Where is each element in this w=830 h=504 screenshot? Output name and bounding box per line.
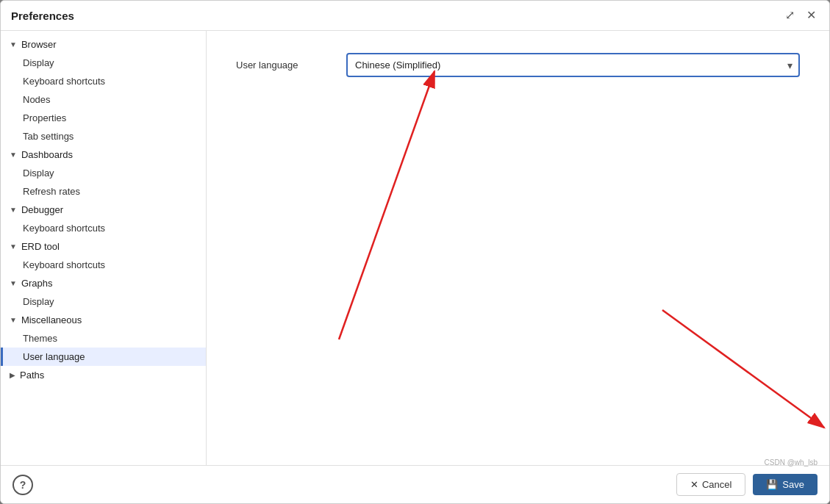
chevron-down-icon-dashboards: ▼: [10, 151, 17, 159]
sidebar-item-browser-properties[interactable]: Properties: [1, 109, 206, 127]
sidebar-item-debugger-keyboard[interactable]: Keyboard shortcuts: [1, 219, 206, 237]
sidebar-group-misc-label: Miscellaneous: [21, 314, 82, 325]
svg-line-2: [339, 71, 434, 339]
chevron-down-icon-graphs: ▼: [10, 279, 17, 287]
watermark: CSDN @wh_lsb: [765, 458, 818, 467]
sidebar-item-browser-display[interactable]: Display: [1, 54, 206, 72]
main-content: User language Chinese (Simplified) Engli…: [207, 31, 829, 465]
chevron-down-icon: ▼: [10, 40, 17, 48]
sidebar-group-paths[interactable]: ▶ Paths: [1, 366, 206, 384]
save-disk-icon: 💾: [766, 479, 778, 490]
cancel-icon: ✕: [690, 479, 698, 490]
cancel-button[interactable]: ✕ Cancel: [676, 473, 745, 496]
sidebar-group-browser[interactable]: ▼ Browser: [1, 35, 206, 54]
save-button[interactable]: 💾 Save: [753, 474, 818, 495]
language-select-wrapper: Chinese (Simplified) English Chinese (Tr…: [346, 53, 800, 77]
user-language-row: User language Chinese (Simplified) Engli…: [236, 53, 800, 77]
svg-line-3: [662, 310, 824, 428]
sidebar-group-debugger-label: Debugger: [21, 204, 63, 215]
footer-right: ✕ Cancel 💾 Save: [676, 473, 818, 496]
header-icons: ⤢ ✕: [782, 8, 819, 23]
help-button[interactable]: ?: [12, 475, 33, 495]
sidebar-item-browser-keyboard[interactable]: Keyboard shortcuts: [1, 72, 206, 90]
sidebar-item-graphs-display[interactable]: Display: [1, 292, 206, 311]
chevron-down-icon-misc: ▼: [10, 316, 17, 324]
sidebar-item-browser-tab[interactable]: Tab settings: [1, 127, 206, 145]
dialog-header: Preferences ⤢ ✕: [1, 1, 829, 31]
user-language-label: User language: [236, 60, 332, 71]
close-button[interactable]: ✕: [804, 8, 819, 23]
sidebar-item-misc-user-lang[interactable]: User language: [1, 348, 206, 366]
chevron-down-icon-debugger: ▼: [10, 206, 17, 214]
language-select[interactable]: Chinese (Simplified) English Chinese (Tr…: [346, 53, 800, 77]
sidebar-group-graphs-label: Graphs: [21, 278, 53, 289]
chevron-down-icon-erd: ▼: [10, 242, 17, 251]
sidebar-item-browser-nodes[interactable]: Nodes: [1, 90, 206, 109]
sidebar-group-browser-label: Browser: [21, 39, 57, 50]
preferences-dialog: Preferences ⤢ ✕ ▼ Browser Display Keyboa…: [0, 0, 830, 504]
sidebar-group-graphs[interactable]: ▼ Graphs: [1, 274, 206, 292]
sidebar-group-debugger[interactable]: ▼ Debugger: [1, 201, 206, 219]
dialog-title: Preferences: [11, 10, 74, 22]
sidebar-group-dashboards-label: Dashboards: [21, 149, 73, 160]
sidebar-group-erd[interactable]: ▼ ERD tool: [1, 237, 206, 256]
sidebar-item-erd-keyboard[interactable]: Keyboard shortcuts: [1, 256, 206, 274]
dialog-body: ▼ Browser Display Keyboard shortcuts Nod…: [1, 31, 829, 465]
footer-left: ?: [12, 475, 33, 495]
annotation-arrows: [207, 31, 829, 465]
sidebar-group-paths-label: Paths: [20, 370, 44, 381]
dialog-footer: ? ✕ Cancel 💾 Save: [1, 465, 829, 503]
expand-button[interactable]: ⤢: [782, 8, 798, 23]
sidebar-group-misc[interactable]: ▼ Miscellaneous: [1, 311, 206, 329]
sidebar-item-misc-themes[interactable]: Themes: [1, 329, 206, 348]
sidebar-group-dashboards[interactable]: ▼ Dashboards: [1, 145, 206, 164]
chevron-right-icon-paths: ▶: [10, 371, 15, 379]
sidebar-group-erd-label: ERD tool: [21, 241, 60, 252]
sidebar-item-dashboards-refresh[interactable]: Refresh rates: [1, 182, 206, 201]
sidebar: ▼ Browser Display Keyboard shortcuts Nod…: [1, 31, 207, 465]
sidebar-item-dashboards-display[interactable]: Display: [1, 164, 206, 182]
